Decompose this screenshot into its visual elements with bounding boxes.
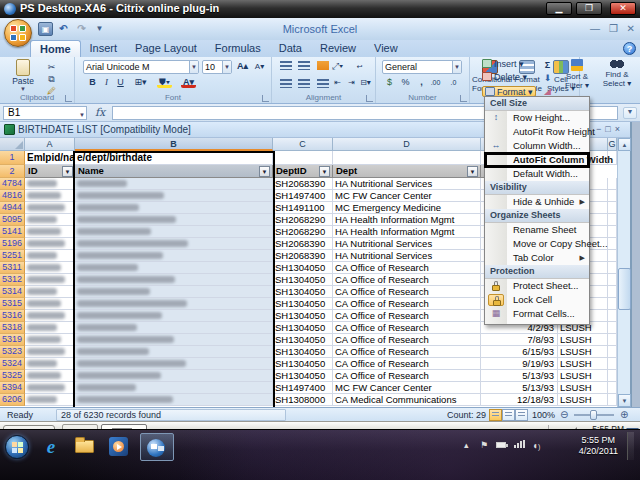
cell-g[interactable] <box>608 286 617 298</box>
cell-deptid[interactable]: SH2068390 <box>273 250 333 262</box>
cell-name-redacted[interactable] <box>75 274 273 286</box>
cell-name-redacted[interactable] <box>75 346 273 358</box>
tab-view[interactable]: View <box>365 40 407 57</box>
cell-g[interactable] <box>608 274 617 286</box>
cell-name-redacted[interactable] <box>75 250 273 262</box>
cell-deptid[interactable]: SH1304050 <box>273 310 333 322</box>
percent-icon[interactable]: % <box>398 76 413 89</box>
menu-item-rename-sheet[interactable]: Rename Sheet <box>485 223 589 237</box>
citrix-minimize-button[interactable]: ▁ <box>546 2 572 15</box>
number-format-combo[interactable]: General▼ <box>382 60 462 74</box>
cell-g[interactable] <box>608 382 617 394</box>
cell-id-redacted[interactable] <box>25 178 75 190</box>
cell-dept[interactable]: MC Emergency Medicine <box>333 202 481 214</box>
cell-code[interactable]: LSUSH <box>558 334 608 346</box>
taskbar-citrix-button[interactable] <box>140 433 174 461</box>
cell-deptid[interactable]: SH1304050 <box>273 370 333 382</box>
row-header[interactable]: 5324 <box>0 358 25 370</box>
row-header[interactable]: 2 <box>0 165 25 178</box>
cell-code[interactable]: LSUSH <box>558 394 608 406</box>
name-box-dropdown-icon[interactable]: ▼ <box>79 109 85 121</box>
align-middle-icon[interactable] <box>298 61 310 70</box>
cell-g[interactable] <box>608 334 617 346</box>
cell-birthdate[interactable]: 12/18/93 <box>481 394 558 406</box>
cell-dept[interactable]: MC FW Cancer Center <box>333 382 481 394</box>
row-header[interactable]: 5315 <box>0 298 25 310</box>
cell-name-redacted[interactable] <box>75 382 273 394</box>
row-header[interactable]: 6206 <box>0 394 25 406</box>
row-header[interactable]: 5311 <box>0 262 25 274</box>
cell-g[interactable] <box>608 322 617 334</box>
office-button[interactable] <box>4 19 32 47</box>
row-header[interactable]: 5314 <box>0 286 25 298</box>
column-header-c[interactable]: C <box>273 138 333 151</box>
cell-name-redacted[interactable] <box>75 286 273 298</box>
win7-start-orb[interactable] <box>5 435 29 459</box>
clipboard-dialog-launcher-icon[interactable] <box>65 95 72 102</box>
grow-font-icon[interactable]: A▴ <box>235 60 250 73</box>
decrease-decimal-icon[interactable]: .0 <box>446 76 461 89</box>
cell-birthdate[interactable]: 7/8/93 <box>481 334 558 346</box>
font-dialog-launcher-icon[interactable] <box>262 95 269 102</box>
action-center-flag-icon[interactable]: ⚑ <box>480 440 488 450</box>
cell-id-redacted[interactable] <box>25 346 75 358</box>
row-header[interactable]: 5312 <box>0 274 25 286</box>
underline-button[interactable]: U <box>113 76 128 89</box>
cell-code[interactable]: LSUSH <box>558 346 608 358</box>
cell-name-redacted[interactable] <box>75 322 273 334</box>
zoom-out-icon[interactable]: ⊖ <box>560 409 568 420</box>
cell-birthdate[interactable]: 9/19/93 <box>481 358 558 370</box>
menu-item-column-width[interactable]: ↔Column Width... <box>485 139 589 153</box>
cell-deptid[interactable]: SH2068390 <box>273 238 333 250</box>
tab-page-layout[interactable]: Page Layout <box>126 40 206 57</box>
cell-dept[interactable]: HA Health Information Mgmt <box>333 214 481 226</box>
cell-deptid[interactable]: SH1308000 <box>273 394 333 406</box>
cell-id-redacted[interactable] <box>25 190 75 202</box>
cell-g[interactable] <box>608 226 617 238</box>
cell-name-redacted[interactable] <box>75 298 273 310</box>
cell-code[interactable]: LSUSH <box>558 382 608 394</box>
menu-item-lock-cell[interactable]: Lock Cell <box>485 293 589 307</box>
column-header-a[interactable]: A <box>25 138 75 151</box>
show-desktop-button[interactable] <box>627 432 634 460</box>
cell-id-redacted[interactable] <box>25 382 75 394</box>
page-break-view-icon[interactable] <box>515 409 528 421</box>
cell-dept[interactable]: CA Office of Research <box>333 310 481 322</box>
network-signal-icon[interactable] <box>514 440 526 448</box>
cell-g[interactable] <box>608 178 617 190</box>
cell-g[interactable] <box>608 358 617 370</box>
filter-header-dept[interactable]: Dept <box>333 165 481 178</box>
decrease-indent-icon[interactable]: ⇤ <box>330 76 345 89</box>
filter-header-name[interactable]: Name <box>75 165 273 178</box>
cell-g[interactable] <box>608 214 617 226</box>
cell-id-redacted[interactable] <box>25 250 75 262</box>
cell-deptid[interactable]: SH1497400 <box>273 382 333 394</box>
cell-dept[interactable]: HA Nutritional Services <box>333 238 481 250</box>
cell-g[interactable] <box>608 250 617 262</box>
cell-id-redacted[interactable] <box>25 274 75 286</box>
row-header[interactable]: 5196 <box>0 238 25 250</box>
zoom-slider[interactable] <box>574 414 614 416</box>
citrix-close-button[interactable]: ✕ <box>610 2 636 15</box>
cell-a1[interactable]: Emlpid/nam <box>25 151 75 165</box>
menu-item-autofit-row-height[interactable]: AutoFit Row Height <box>485 125 589 139</box>
cell-g[interactable] <box>608 262 617 274</box>
cell-name-redacted[interactable] <box>75 178 273 190</box>
zoom-in-icon[interactable]: ⊕ <box>620 409 628 420</box>
cell-name-redacted[interactable] <box>75 238 273 250</box>
normal-view-icon[interactable] <box>489 409 502 421</box>
cell-dept[interactable]: HA Nutritional Services <box>333 178 481 190</box>
cell-id-redacted[interactable] <box>25 298 75 310</box>
cell-name-redacted[interactable] <box>75 226 273 238</box>
tab-formulas[interactable]: Formulas <box>206 40 270 57</box>
row-header[interactable]: 4944 <box>0 202 25 214</box>
cell-dept[interactable]: CA Office of Research <box>333 358 481 370</box>
menu-item-move-or-copy-sheet[interactable]: Move or Copy Sheet... <box>485 237 589 251</box>
cell-g[interactable] <box>608 238 617 250</box>
formula-bar-expand-icon[interactable]: ▼ <box>623 107 637 119</box>
vertical-scrollbar[interactable]: ▲ ▼ <box>617 138 630 407</box>
wrap-text-icon[interactable]: ↩ <box>352 60 367 73</box>
cell-name-redacted[interactable] <box>75 202 273 214</box>
cell-name-redacted[interactable] <box>75 358 273 370</box>
cell-code[interactable]: LSUSH <box>558 358 608 370</box>
